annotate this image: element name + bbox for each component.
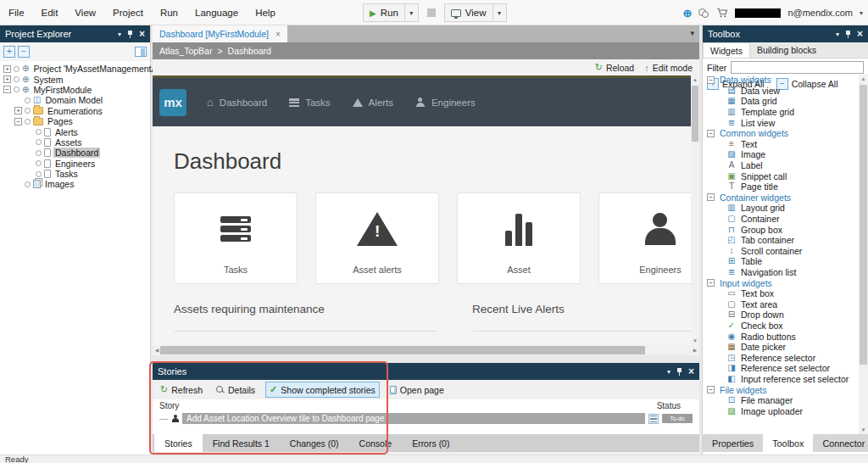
collapse-icon[interactable]: − <box>3 86 11 93</box>
menu-help[interactable]: Help <box>247 8 284 18</box>
tile-tasks[interactable]: Tasks <box>174 192 298 284</box>
account-email[interactable]: n@mendix.com <box>787 8 853 18</box>
toolbox-tab-widgets[interactable]: Widgets <box>703 42 750 58</box>
project-explorer-close-icon[interactable]: × <box>139 29 145 39</box>
collapse-icon[interactable]: − <box>707 193 715 201</box>
menu-edit[interactable]: Edit <box>33 8 67 18</box>
widget-group-container-widgets[interactable]: −Container widgets <box>703 192 868 204</box>
expand-icon[interactable]: + <box>3 65 11 73</box>
widget-data-view[interactable]: Data view <box>703 86 868 97</box>
tab-console[interactable]: Console <box>349 434 403 452</box>
run-dropdown-caret-icon[interactable]: ▾ <box>405 3 419 22</box>
tab-find-results-1[interactable]: Find Results 1 <box>203 434 280 452</box>
widget-group-data-widgets[interactable]: −Data widgets <box>703 75 868 86</box>
open-page-button[interactable]: Open page <box>387 383 448 397</box>
tree-item-assets[interactable]: Assets <box>0 137 150 148</box>
tab-close-icon[interactable]: × <box>275 30 281 39</box>
widget-image-uploader[interactable]: Image uploader <box>703 405 868 416</box>
toolbox-close-icon[interactable]: × <box>857 29 863 39</box>
breadcrumb-current[interactable]: Dashboard <box>228 46 271 56</box>
project-explorer-menu-caret-icon[interactable]: ▾ <box>118 31 121 38</box>
menu-run[interactable]: Run <box>152 8 186 18</box>
widget-tab-container[interactable]: Tab container <box>703 235 868 246</box>
breadcrumb-parent[interactable]: Atlas_TopBar <box>159 46 212 56</box>
refresh-button[interactable]: ↻Refresh <box>157 382 206 397</box>
tab-errors-0-[interactable]: Errors (0) <box>402 434 459 452</box>
account-caret-icon[interactable]: ▾ <box>860 9 863 17</box>
edit-mode-button[interactable]: ↑ Edit mode <box>644 63 693 73</box>
panel-tab-connector[interactable]: Connector <box>813 434 868 452</box>
toolbox-tab-building-blocks[interactable]: Building blocks <box>750 42 823 58</box>
panel-tab-toolbox[interactable]: Toolbox <box>763 434 813 452</box>
collapse-icon[interactable]: − <box>14 118 22 126</box>
widget-text[interactable]: Text <box>703 139 868 150</box>
preview-nav-dashboard[interactable]: ⌂Dashboard <box>207 96 267 109</box>
tree-item-engineers[interactable]: Engineers <box>0 159 150 169</box>
widget-image[interactable]: Image <box>703 149 868 160</box>
preview-nav-alerts[interactable]: Alerts <box>353 96 393 109</box>
filter-input[interactable] <box>731 61 864 74</box>
scroll-right-icon[interactable]: ▶ <box>691 345 699 355</box>
expand-icon[interactable]: + <box>3 75 11 83</box>
tree-item-project-myassetmanagementapp-[interactable]: +⊕Project 'MyAssetManagementApp' <box>0 64 150 74</box>
widget-group-file-widgets[interactable]: −File widgets <box>703 384 868 395</box>
tree-item-domain-model[interactable]: ◫Domain Model <box>0 95 150 105</box>
widget-radio-buttons[interactable]: Radio buttons <box>703 331 868 342</box>
widget-group-input-widgets[interactable]: −Input widgets <box>703 277 868 288</box>
stop-icon[interactable] <box>427 8 436 17</box>
menu-language[interactable]: Language <box>186 8 247 18</box>
preview-nav-engineers[interactable]: Engineers <box>415 96 476 109</box>
expand-icon[interactable]: + <box>14 107 22 114</box>
widget-page-title[interactable]: Page title <box>703 181 868 192</box>
tree-item-enumerations[interactable]: +Enumerations <box>0 106 150 116</box>
stories-close-icon[interactable]: × <box>688 366 694 377</box>
widget-template-grid[interactable]: Template grid <box>703 107 868 118</box>
tile-engineers[interactable]: Engineers <box>598 192 699 284</box>
menu-file[interactable]: File <box>0 8 33 18</box>
toolbox-menu-caret-icon[interactable]: ▾ <box>836 31 839 38</box>
horizontal-scroll-thumb[interactable] <box>160 346 645 354</box>
stories-pin-icon[interactable] <box>676 368 682 376</box>
widget-navigation-list[interactable]: Navigation list <box>703 267 868 278</box>
toolbox-scroll-down-icon[interactable]: ▼ <box>859 426 868 434</box>
preview-nav-tasks[interactable]: Tasks <box>289 96 330 109</box>
story-text[interactable]: Add Asset Location Overview tile to Dash… <box>182 413 645 424</box>
collapse-icon[interactable]: − <box>707 386 715 393</box>
community-icon[interactable] <box>698 8 709 18</box>
stories-menu-caret-icon[interactable]: ▾ <box>667 368 670 376</box>
preview-horizontal-scrollbar[interactable]: ◀ ▶ <box>153 345 699 355</box>
toolbox-scroll-thumb[interactable] <box>860 85 867 365</box>
tree-item-alerts[interactable]: Alerts <box>0 126 150 137</box>
collapse-icon[interactable]: − <box>707 76 715 84</box>
widget-check-box[interactable]: Check box <box>703 321 868 332</box>
widget-reference-selector[interactable]: Reference selector <box>703 352 868 363</box>
tab-stories[interactable]: Stories <box>154 434 203 452</box>
tab-dashboard-document[interactable]: Dashboard [MyFirstModule] × <box>153 25 287 42</box>
tile-asset[interactable]: Asset <box>457 192 581 284</box>
tab-list-caret-icon[interactable]: ▾ <box>690 25 699 42</box>
toolbox-pin-icon[interactable] <box>845 31 851 38</box>
widget-list-view[interactable]: List view <box>703 117 868 128</box>
collapse-all-icon[interactable]: − <box>18 46 30 58</box>
widget-group-common-widgets[interactable]: −Common widgets <box>703 128 868 139</box>
tree-item-dashboard[interactable]: Dashboard <box>0 148 150 158</box>
widget-reference-set-selector[interactable]: Reference set selector <box>703 363 868 374</box>
widget-file-manager[interactable]: File manager <box>703 395 868 406</box>
cart-icon[interactable] <box>716 7 728 19</box>
story-row[interactable]: — Add Asset Location Overview tile to Da… <box>159 413 693 424</box>
show-completed-stories-button[interactable]: ✓Show completed stories <box>265 382 380 398</box>
collapse-icon[interactable]: − <box>707 279 715 287</box>
widget-data-grid[interactable]: Data grid <box>703 96 868 107</box>
collapse-icon[interactable]: − <box>707 130 715 137</box>
menu-view[interactable]: View <box>66 8 104 18</box>
widget-text-box[interactable]: Text box <box>703 288 868 299</box>
widget-text-area[interactable]: Text area <box>703 298 868 310</box>
scroll-up-icon[interactable]: ▲ <box>691 75 699 84</box>
reload-button[interactable]: ↻ Reload <box>595 62 635 73</box>
widget-scroll-container[interactable]: Scroll container <box>703 246 868 257</box>
widget-table[interactable]: Table <box>703 256 868 267</box>
tab-changes-0-[interactable]: Changes (0) <box>280 434 349 452</box>
globe-icon[interactable]: ⊕ <box>682 7 692 20</box>
preview-vertical-scrollbar[interactable]: ▲ ▼ <box>691 75 699 345</box>
details-button[interactable]: Details <box>213 383 259 397</box>
